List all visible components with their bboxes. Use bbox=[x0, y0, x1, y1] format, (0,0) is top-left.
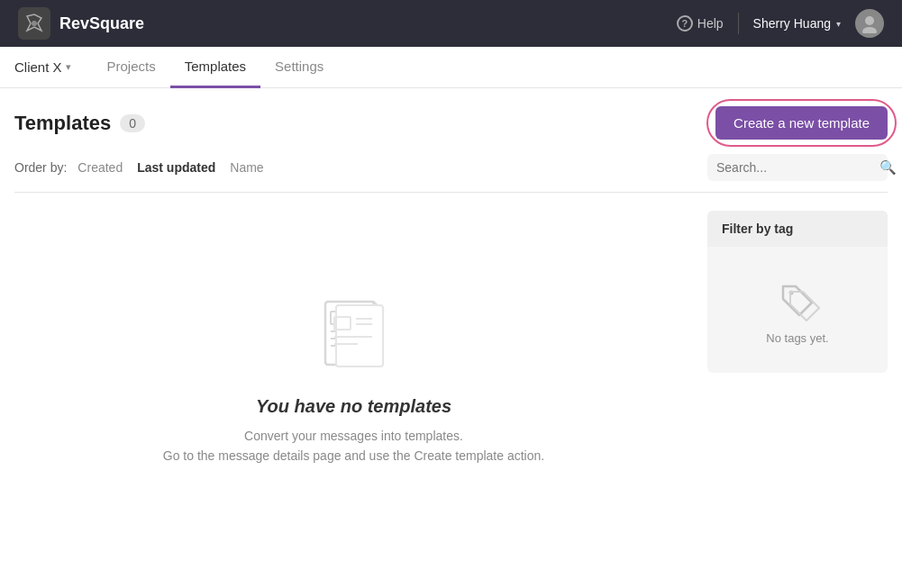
order-by-last-updated[interactable]: Last updated bbox=[133, 158, 219, 176]
main-content: Templates 0 Create a new template Order … bbox=[0, 88, 902, 588]
empty-desc: Convert your messages into templates. Go… bbox=[163, 426, 544, 466]
filter-panel: Filter by tag No tags yet. bbox=[707, 211, 888, 373]
search-box[interactable]: 🔍 bbox=[707, 154, 888, 181]
sub-nav: Client X ▾ Projects Templates Settings bbox=[0, 47, 902, 88]
top-nav-right: ? Help Sherry Huang ▾ bbox=[677, 9, 884, 38]
order-by-group: Order by: Created Last updated Name bbox=[14, 158, 268, 176]
order-by-label: Order by: bbox=[14, 160, 67, 175]
chevron-down-icon: ▾ bbox=[836, 19, 841, 29]
create-btn-wrapper: Create a new template bbox=[715, 106, 888, 140]
help-icon: ? bbox=[677, 15, 693, 32]
svg-point-3 bbox=[862, 27, 877, 33]
nav-projects[interactable]: Projects bbox=[93, 48, 170, 88]
order-by-created[interactable]: Created bbox=[74, 158, 126, 176]
search-icon: 🔍 bbox=[879, 159, 897, 176]
client-name: Client X bbox=[14, 59, 62, 75]
order-by-name[interactable]: Name bbox=[226, 158, 267, 176]
templates-header: Templates 0 Create a new template bbox=[14, 106, 888, 140]
nav-settings[interactable]: Settings bbox=[260, 48, 338, 88]
top-nav: RevSquare ? Help Sherry Huang ▾ bbox=[0, 0, 902, 47]
search-input[interactable] bbox=[716, 160, 874, 175]
empty-title: You have no templates bbox=[256, 396, 451, 417]
nav-divider bbox=[738, 13, 739, 34]
filter-panel-body: No tags yet. bbox=[707, 247, 888, 373]
app-name: RevSquare bbox=[59, 14, 144, 33]
right-sidebar: Filter by tag No tags yet. bbox=[707, 211, 888, 588]
brand: RevSquare bbox=[18, 7, 144, 40]
logo-icon bbox=[18, 7, 50, 40]
empty-title-em: no templates bbox=[341, 396, 451, 416]
help-button[interactable]: ? Help bbox=[677, 15, 724, 32]
svg-point-1 bbox=[32, 21, 37, 26]
templates-count-badge: 0 bbox=[120, 114, 145, 132]
user-name: Sherry Huang bbox=[753, 16, 831, 31]
client-chevron-icon: ▾ bbox=[66, 61, 71, 73]
order-row: Order by: Created Last updated Name 🔍 bbox=[14, 154, 888, 193]
user-menu[interactable]: Sherry Huang ▾ bbox=[753, 16, 841, 31]
filter-panel-header: Filter by tag bbox=[707, 211, 888, 247]
client-selector[interactable]: Client X ▾ bbox=[14, 59, 71, 75]
create-template-button[interactable]: Create a new template bbox=[715, 106, 888, 140]
help-label: Help bbox=[697, 16, 724, 31]
avatar[interactable] bbox=[855, 9, 884, 38]
svg-point-2 bbox=[865, 16, 874, 25]
nav-templates[interactable]: Templates bbox=[170, 48, 260, 88]
no-tags-label: No tags yet. bbox=[766, 331, 828, 345]
templates-list: You have no templates Convert your messa… bbox=[14, 211, 693, 588]
empty-state-icon bbox=[318, 297, 390, 382]
page-title: Templates bbox=[14, 112, 111, 135]
body-area: You have no templates Convert your messa… bbox=[14, 211, 888, 588]
tag-icon bbox=[774, 276, 821, 322]
title-group: Templates 0 bbox=[14, 112, 145, 135]
